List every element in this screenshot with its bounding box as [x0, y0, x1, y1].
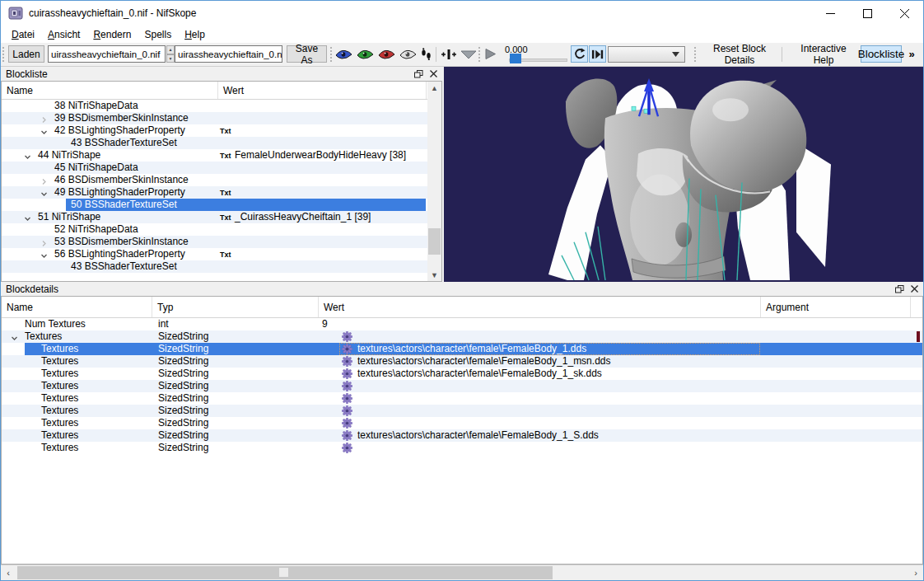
- chevron-expanded-icon[interactable]: [24, 215, 31, 223]
- blockliste-row[interactable]: 42 BSLightingShaderPropertyTxt: [2, 124, 427, 137]
- blockliste-toggle-button[interactable]: Blockliste: [861, 45, 902, 63]
- column-header-wert[interactable]: Wert: [319, 297, 761, 317]
- chevron-expanded-icon[interactable]: [11, 335, 18, 342]
- close-button[interactable]: [886, 1, 923, 26]
- reset-block-details-button[interactable]: Reset Block Details: [700, 45, 779, 63]
- field-value: textures\actors\character\female\FemaleB…: [357, 343, 586, 355]
- blockliste-row[interactable]: 38 NiTriShapeData: [2, 100, 427, 112]
- block-name: 39 BSDismemberSkinInstance: [54, 112, 189, 124]
- blockliste-row[interactable]: 56 BSLightingShaderPropertyTxt: [2, 248, 427, 260]
- column-header-typ[interactable]: Typ: [152, 297, 319, 317]
- axes-toggle[interactable]: [440, 45, 458, 63]
- scrollbar-thumb[interactable]: [17, 566, 553, 579]
- scrollbar-thumb[interactable]: [428, 228, 441, 255]
- close-icon[interactable]: [430, 70, 437, 77]
- save-as-button[interactable]: Save As: [287, 45, 327, 63]
- blockdetails-row[interactable]: TexturesSizedStringtextures\actors\chara…: [2, 429, 922, 442]
- blockdetails-row[interactable]: TexturesSizedString: [2, 380, 922, 392]
- eye-gray-toggle[interactable]: [398, 45, 418, 63]
- field-type: SizedString: [158, 429, 208, 442]
- toolbar-grip[interactable]: [2, 47, 7, 62]
- blockdetails-row[interactable]: TexturesSizedStringtextures\actors\chara…: [2, 355, 922, 368]
- close-icon[interactable]: [911, 285, 918, 293]
- blockdetails-row[interactable]: TexturesSizedString: [2, 405, 922, 417]
- eye-green-toggle[interactable]: [355, 45, 376, 63]
- toolbar-grip[interactable]: [694, 47, 699, 62]
- eye-red-icon: [378, 49, 395, 59]
- scroll-left-icon[interactable]: ‹: [1, 565, 16, 580]
- field-type: SizedString: [158, 380, 208, 392]
- horizontal-scrollbar[interactable]: ‹ ›: [1, 565, 923, 580]
- 3d-viewport[interactable]: [442, 67, 923, 282]
- scroll-right-icon[interactable]: ›: [908, 565, 923, 580]
- time-slider-handle[interactable]: [510, 54, 521, 63]
- field-name: Textures: [41, 392, 78, 405]
- scroll-up-icon[interactable]: ▲: [427, 82, 441, 94]
- eye-red-toggle[interactable]: [376, 45, 397, 63]
- eye-blue-toggle[interactable]: [334, 45, 354, 63]
- blockdetails-row[interactable]: TexturesSizedString: [2, 442, 922, 454]
- spin-up-icon[interactable]: ▲: [166, 45, 175, 54]
- chevron-collapsed-icon[interactable]: [40, 240, 48, 247]
- scroll-down-icon[interactable]: ▼: [427, 269, 441, 281]
- blockliste-row[interactable]: 39 BSDismemberSkinInstance: [2, 112, 427, 124]
- save-file-input[interactable]: uirassheavychieftain_0.nif: [175, 45, 282, 63]
- blockdetails-row[interactable]: Num Texturesint9: [2, 318, 922, 330]
- blockdetails-row[interactable]: TexturesSizedString: [2, 417, 922, 429]
- blockdetails-row[interactable]: TexturesSizedString: [2, 330, 922, 343]
- filename-spinner[interactable]: ▲ ▼: [166, 45, 175, 63]
- blockliste-row[interactable]: 53 BSDismemberSkinInstance: [2, 236, 427, 248]
- blockliste-row[interactable]: 44 NiTriShapeTxtFemaleUnderwearBodyHideH…: [2, 149, 427, 162]
- field-type: int: [158, 318, 169, 330]
- blockdetails-row[interactable]: TexturesSizedStringtextures\actors\chara…: [2, 368, 922, 380]
- animation-dropdown[interactable]: [608, 46, 685, 63]
- float-icon[interactable]: [414, 70, 423, 78]
- column-header-name[interactable]: Name: [2, 82, 218, 99]
- blockliste-row[interactable]: 50 BSShaderTextureSet: [2, 199, 427, 211]
- footsteps-toggle[interactable]: [418, 45, 434, 63]
- chevron-expanded-icon[interactable]: [24, 153, 31, 161]
- menu-spells[interactable]: Spells: [138, 27, 178, 42]
- blockdetails-row[interactable]: TexturesSizedString: [2, 392, 922, 405]
- column-header-argument[interactable]: Argument: [761, 297, 911, 317]
- load-file-input[interactable]: uirassheavychieftain_0.nif: [48, 45, 166, 63]
- play-button[interactable]: [483, 45, 497, 63]
- toolbar-separator: [782, 47, 782, 62]
- column-header-wert[interactable]: Wert: [218, 82, 427, 99]
- loop-toggle[interactable]: [571, 45, 588, 63]
- chevron-expanded-icon[interactable]: [40, 129, 48, 136]
- menu-ansicht[interactable]: Ansicht: [41, 27, 86, 42]
- spin-down-icon[interactable]: ▼: [166, 54, 175, 63]
- chevron-down-icon: [672, 52, 679, 57]
- field-name: Textures: [41, 368, 78, 380]
- chevron-collapsed-icon[interactable]: [40, 116, 48, 124]
- blockliste-row[interactable]: 45 NiTriShapeData: [2, 162, 427, 174]
- menu-datei[interactable]: Datei: [5, 27, 41, 42]
- blockliste-row[interactable]: 46 BSDismemberSkinInstance: [2, 174, 427, 186]
- menu-rendern[interactable]: Rendern: [86, 27, 138, 42]
- minimize-button[interactable]: [812, 1, 849, 26]
- chevron-expanded-icon[interactable]: [40, 190, 48, 198]
- blockliste-row[interactable]: 43 BSShaderTextureSet: [2, 260, 427, 273]
- blockliste-row[interactable]: 49 BSLightingShaderPropertyTxt: [2, 186, 427, 199]
- chevron-collapsed-icon[interactable]: [40, 178, 48, 185]
- play-through-toggle[interactable]: [589, 45, 606, 63]
- block-name: 56 BSLightingShaderProperty: [54, 248, 185, 260]
- blockdetails-row[interactable]: TexturesSizedStringtextures\actors\chara…: [2, 343, 922, 355]
- block-name: 51 NiTriShape: [38, 211, 100, 223]
- blockliste-vertical-scrollbar[interactable]: ▲ ▼: [427, 82, 441, 281]
- toolbar-overflow-button[interactable]: »: [905, 45, 918, 63]
- blockliste-row[interactable]: 52 NiTriShapeData: [2, 223, 427, 236]
- nifskope-app-icon: [8, 7, 23, 20]
- interactive-help-button[interactable]: Interactive Help: [788, 45, 859, 63]
- camera-view-dropdown[interactable]: [459, 45, 478, 63]
- nifskope-window: cuirassheavychieftain_0.nif - NifSkope D…: [0, 0, 924, 581]
- load-button[interactable]: Laden: [8, 45, 44, 63]
- maximize-button[interactable]: [849, 1, 886, 26]
- float-icon[interactable]: [895, 285, 904, 293]
- chevron-expanded-icon[interactable]: [40, 252, 48, 260]
- menu-help[interactable]: Help: [178, 27, 212, 42]
- column-header-name[interactable]: Name: [2, 297, 152, 317]
- blockliste-row[interactable]: 43 BSShaderTextureSet: [2, 137, 427, 149]
- blockliste-row[interactable]: 51 NiTriShapeTxt_CuirassHeavyCheiftain_1…: [2, 211, 427, 223]
